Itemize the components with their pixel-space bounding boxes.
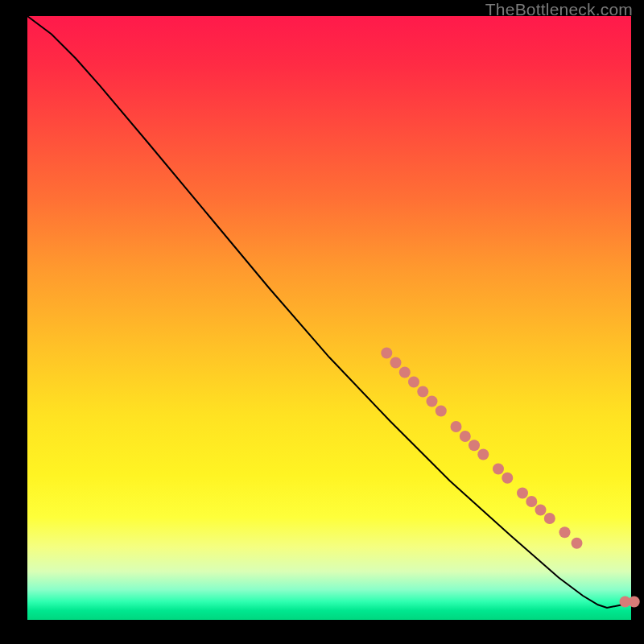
- data-marker: [451, 421, 462, 432]
- curve-line: [27, 16, 631, 608]
- chart-frame: TheBottleneck.com: [0, 0, 644, 644]
- data-marker: [381, 348, 392, 359]
- data-marker: [477, 449, 489, 460]
- markers-group: [381, 348, 639, 608]
- data-marker: [526, 496, 537, 507]
- data-marker: [460, 431, 471, 442]
- data-marker: [517, 488, 528, 499]
- data-marker: [399, 367, 411, 378]
- data-marker: [390, 357, 402, 369]
- data-marker: [436, 406, 447, 417]
- data-marker: [544, 513, 555, 524]
- data-marker: [493, 464, 504, 475]
- data-marker: [572, 538, 583, 549]
- plot-area: [27, 16, 631, 620]
- data-marker: [417, 386, 428, 398]
- data-marker: [535, 505, 547, 516]
- data-marker: [408, 377, 419, 388]
- data-marker: [629, 597, 640, 608]
- data-marker: [559, 526, 571, 538]
- data-marker: [427, 396, 438, 407]
- data-marker: [469, 440, 480, 451]
- chart-svg: [27, 16, 631, 620]
- data-marker: [502, 473, 513, 484]
